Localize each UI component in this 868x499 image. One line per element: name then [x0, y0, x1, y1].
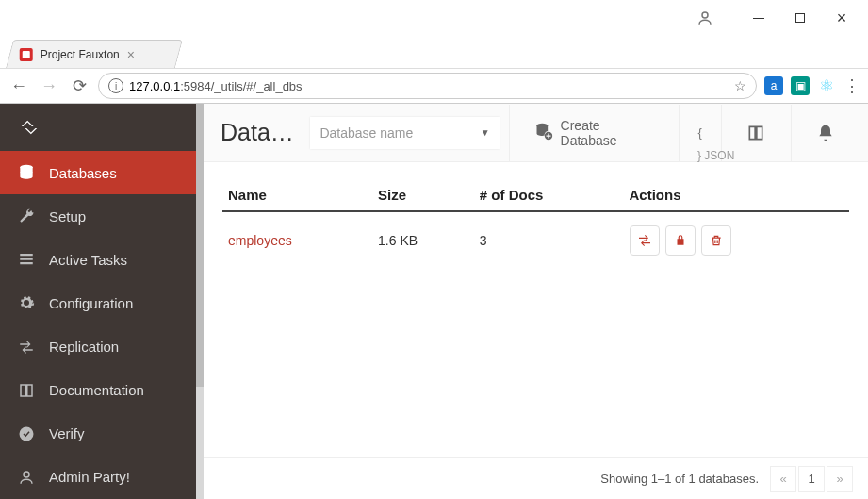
sidebar-item-configuration[interactable]: Configuration: [0, 281, 196, 324]
content-area: Data… Database name ▼ Create Database { …: [196, 104, 868, 499]
col-name: Name: [222, 179, 372, 211]
sidebar-item-label: Configuration: [49, 295, 133, 311]
forward-button[interactable]: →: [38, 75, 60, 97]
pager-next[interactable]: »: [827, 466, 853, 492]
svg-rect-2: [20, 254, 33, 256]
url-field[interactable]: i 127.0.0.1:5984/_utils/#/_all_dbs ☆: [98, 73, 757, 99]
sidebar-item-databases[interactable]: Databases: [0, 151, 196, 194]
scrollbar[interactable]: [196, 104, 204, 387]
permissions-button[interactable]: [665, 225, 696, 256]
database-name-dropdown[interactable]: Database name ▼: [310, 117, 499, 149]
pager-page[interactable]: 1: [798, 466, 825, 492]
topbar: Data… Database name ▼ Create Database {: [204, 104, 868, 162]
sidebar-item-label: Admin Party!: [49, 469, 130, 485]
replication-icon: [17, 339, 36, 356]
wrench-icon: [17, 208, 36, 225]
user-icon: [17, 469, 36, 486]
user-account-icon[interactable]: [686, 4, 724, 32]
db-name-link[interactable]: employees: [228, 233, 292, 248]
gear-icon: [17, 294, 36, 311]
tab-close-icon[interactable]: ×: [127, 47, 135, 62]
col-size: Size: [372, 179, 474, 211]
sidebar-item-label: Replication: [49, 339, 119, 355]
fauxton-favicon: [20, 48, 33, 61]
browser-address-bar: ← → ⟳ i 127.0.0.1:5984/_utils/#/_all_dbs…: [0, 68, 868, 104]
svg-point-0: [702, 12, 708, 18]
browser-menu-button[interactable]: ⋮: [843, 75, 860, 96]
reload-button[interactable]: ⟳: [68, 75, 90, 97]
url-text: 127.0.0.1:5984/_utils/#/_all_dbs: [129, 79, 303, 93]
svg-point-6: [24, 472, 29, 477]
sidebar: Databases Setup Active Tasks Configurati…: [0, 104, 196, 499]
notifications-button[interactable]: [801, 105, 851, 161]
docs-link-button[interactable]: [731, 105, 781, 161]
footer: Showing 1–1 of 1 databases. « 1 »: [204, 457, 868, 499]
extension-react-icon[interactable]: ⚛: [817, 76, 836, 95]
window-maximize-button[interactable]: [781, 4, 819, 32]
sidebar-item-label: Documentation: [49, 382, 144, 398]
back-button[interactable]: ←: [8, 75, 30, 97]
create-database-button[interactable]: Create Database: [519, 118, 669, 148]
dropdown-placeholder: Database name: [319, 125, 413, 141]
sidebar-item-replication[interactable]: Replication: [0, 324, 196, 368]
pager: « 1 »: [770, 466, 853, 492]
sidebar-item-verify[interactable]: Verify: [0, 412, 196, 456]
check-circle-icon: [17, 425, 36, 442]
sidebar-item-label: Databases: [49, 165, 117, 181]
replicate-button[interactable]: [630, 225, 660, 256]
databases-table: Name Size # of Docs Actions employees 1.…: [222, 179, 849, 269]
tasks-icon: [17, 251, 36, 268]
svg-rect-4: [20, 262, 33, 264]
col-docs: # of Docs: [474, 179, 624, 211]
db-size: 1.6 KB: [372, 211, 474, 269]
sidebar-item-label: Active Tasks: [49, 252, 127, 268]
tab-title: Project Fauxton: [41, 48, 120, 61]
db-doc-count: 3: [474, 211, 624, 269]
browser-tab[interactable]: Project Fauxton ×: [6, 40, 183, 68]
app-root: Databases Setup Active Tasks Configurati…: [0, 104, 868, 499]
create-database-label: Create Database: [561, 118, 654, 148]
footer-status: Showing 1–1 of 1 databases.: [600, 472, 759, 486]
fauxton-logo[interactable]: [0, 104, 196, 151]
sidebar-item-label: Setup: [49, 208, 86, 225]
databases-table-wrap: Name Size # of Docs Actions employees 1.…: [204, 162, 868, 457]
svg-point-5: [20, 426, 34, 441]
table-row: employees 1.6 KB 3: [222, 211, 849, 269]
database-plus-icon: [534, 122, 553, 143]
svg-rect-3: [20, 258, 33, 260]
extension-icon[interactable]: ▣: [791, 76, 810, 95]
sidebar-item-active-tasks[interactable]: Active Tasks: [0, 238, 196, 281]
col-actions: Actions: [624, 179, 849, 211]
browser-tab-bar: Project Fauxton ×: [0, 36, 868, 68]
page-title: Data…: [221, 119, 301, 146]
sidebar-item-label: Verify: [49, 425, 85, 441]
window-close-button[interactable]: ×: [823, 4, 860, 32]
extension-icon[interactable]: a: [764, 76, 783, 95]
database-icon: [17, 163, 36, 182]
sidebar-item-documentation[interactable]: Documentation: [0, 369, 196, 412]
pager-prev[interactable]: «: [770, 466, 796, 492]
json-toggle-button[interactable]: {: [689, 126, 712, 139]
site-info-icon[interactable]: i: [108, 78, 123, 93]
chevron-down-icon: ▼: [481, 127, 490, 138]
book-icon: [17, 382, 36, 399]
bookmark-star-icon[interactable]: ☆: [734, 78, 746, 93]
delete-button[interactable]: [701, 225, 731, 256]
sidebar-item-admin-party[interactable]: Admin Party!: [0, 456, 196, 499]
window-minimize-button[interactable]: [740, 4, 778, 32]
window-chrome: ×: [0, 0, 868, 36]
json-label-overlay: } JSON: [697, 149, 734, 162]
sidebar-item-setup[interactable]: Setup: [0, 194, 196, 238]
